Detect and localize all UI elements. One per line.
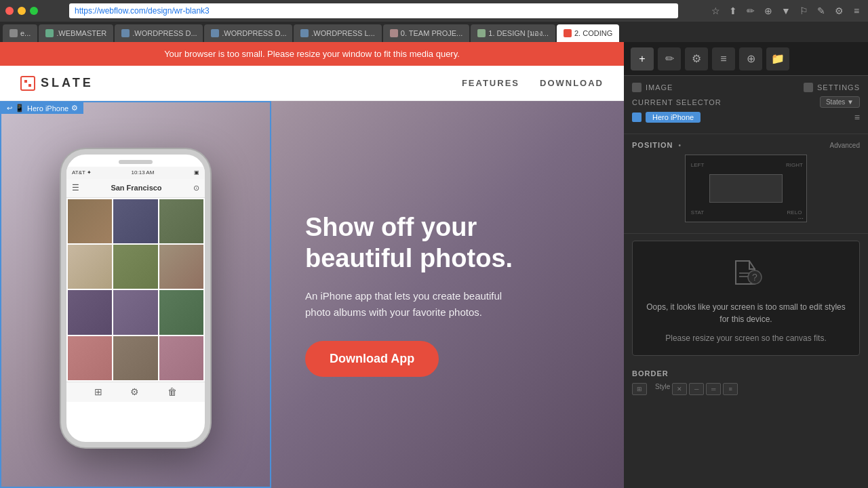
phone-photo-4: [68, 245, 112, 289]
pos-cell-top: [709, 155, 783, 174]
border-solid-button[interactable]: ─: [689, 383, 704, 395]
editor-panel: + ✏ ⚙ ≡ ⊕ 📁 Image Settings Current Selec…: [624, 42, 868, 488]
border-style-buttons: Style ✕ ─ ═ ≡: [652, 383, 738, 395]
states-label: States: [826, 98, 845, 106]
tab-favicon-webmaster: [45, 29, 54, 37]
panel-image-row: Image Settings: [632, 83, 860, 92]
selector-menu-icon[interactable]: ≡: [854, 112, 860, 123]
browser-titlebar: https://webflow.com/design/wr-blank3 ☆ ⬆…: [0, 0, 868, 22]
nav-features[interactable]: FEATURES: [462, 78, 519, 88]
edit-icon[interactable]: ✎: [815, 5, 827, 17]
image-label: Image: [646, 83, 673, 92]
pos-cell-left: [686, 174, 709, 203]
hero-iphone-selector[interactable]: Hero iPhone: [646, 112, 701, 123]
share-icon[interactable]: ⬆: [727, 5, 739, 17]
border-section: BORDER ⊞ Style ✕ ─ ═ ≡: [624, 363, 868, 402]
tab-favicon-team: [390, 29, 398, 37]
position-box-area: LEFT RIGHT STAT RELO ...: [632, 155, 860, 222]
selection-label: ↩ 📱 Hero iPhone ⚙: [1, 102, 83, 114]
phone-area: AT&T ✦ 10:13 AM ▣ ☰ San Francisco ⊙: [0, 142, 271, 447]
tab-design[interactable]: 1. DESIGN [มอง...: [471, 24, 555, 42]
url-text: https://webflow.com/design/wr-blank3: [75, 6, 210, 16]
tab-wordpress-2[interactable]: .WORDPRESS D...: [204, 24, 292, 42]
phone-photo-2: [113, 199, 157, 243]
phone-photo-9: [159, 290, 203, 334]
hero-content: Show off your beautiful photos. An iPhon…: [271, 185, 624, 403]
editor-warning-text-secondary: Please resize your screen so the canvas …: [665, 332, 826, 344]
browser-toolbar-icons: ☆ ⬆ ✏ ⊕ ▼ ⚐ ✎ ⚙ ≡: [709, 5, 863, 17]
image-thumb-icon: [632, 83, 642, 92]
pos-more-icon: ...: [798, 213, 804, 220]
arrow-icon[interactable]: ▼: [780, 5, 792, 17]
pencil-icon[interactable]: ✏: [745, 5, 757, 17]
tab-label-wp3: .WORDPRESS L...: [311, 29, 375, 37]
phone-photo-7: [68, 290, 112, 334]
browser-chrome: https://webflow.com/design/wr-blank3 ☆ ⬆…: [0, 0, 868, 42]
selection-icon: 📱: [15, 104, 24, 113]
hero-subtext: An iPhone app that lets you create beaut…: [305, 288, 522, 321]
border-dotted-button[interactable]: ≡: [723, 383, 738, 395]
tab-label-wp1: .WORDPRESS D...: [132, 29, 197, 37]
maximize-window-button[interactable]: [30, 7, 38, 15]
more-icon[interactable]: ≡: [850, 5, 863, 17]
position-header: POSITION • Advanced: [632, 141, 860, 149]
selection-name: Hero iPhone: [27, 104, 68, 113]
phone-time: 10:13 AM: [132, 169, 155, 176]
layout-tool[interactable]: ≡: [712, 47, 735, 70]
tab-wordpress-3[interactable]: .WORDPRESS L...: [294, 24, 382, 42]
phone-photo-grid: [66, 198, 205, 382]
phone-photo-10: [68, 336, 112, 380]
phone-bottom-bar: ⊞ ⚙ 🗑: [66, 382, 205, 402]
tab-coding[interactable]: 2. CODING: [557, 24, 619, 42]
bookmark-icon[interactable]: ☆: [709, 5, 722, 17]
assets-tool[interactable]: 📁: [766, 47, 789, 70]
browser-tabs: e... .WEBMASTER .WORDPRESS D... .WORDPRE…: [0, 22, 868, 42]
phone-city-name: San Francisco: [111, 184, 161, 192]
selection-gear-icon[interactable]: ⚙: [71, 104, 78, 113]
tab-0[interactable]: e...: [3, 24, 37, 42]
phone-settings-icon: ⚙: [130, 386, 139, 397]
site-nav-links: FEATURES DOWNLOAD: [462, 78, 604, 88]
border-none-button[interactable]: ✕: [672, 383, 687, 395]
download-app-button[interactable]: Download App: [305, 341, 439, 377]
settings-icon[interactable]: ⚙: [833, 5, 845, 17]
logo-text: SLATE: [41, 76, 94, 90]
style-tool[interactable]: ✏: [658, 47, 681, 70]
tab-label-team: 0. TEAM PROJE...: [401, 29, 463, 37]
warning-tools-icon: ?: [726, 252, 766, 293]
states-button[interactable]: States ▼: [820, 96, 860, 108]
tab-label-webmaster: .WEBMASTER: [56, 29, 106, 37]
tab-favicon-wp3: [300, 29, 309, 37]
phone-photo-1: [68, 199, 112, 243]
svg-text:?: ?: [752, 272, 757, 283]
pos-cell-bottom: [709, 203, 783, 222]
phone-photo-6: [159, 245, 203, 289]
border-dashed-button[interactable]: ═: [706, 383, 721, 395]
tab-team-project[interactable]: 0. TEAM PROJE...: [383, 24, 470, 42]
svg-rect-0: [24, 80, 27, 83]
advanced-button[interactable]: Advanced: [830, 142, 860, 149]
phone-app-header: ☰ San Francisco ⊙: [66, 179, 205, 198]
main-layout: Your browser is too small. Please resize…: [0, 42, 868, 488]
nav-download[interactable]: DOWNLOAD: [540, 78, 604, 88]
tab-wordpress-1[interactable]: .WORDPRESS D...: [115, 24, 203, 42]
color-tool[interactable]: ⊕: [739, 47, 762, 70]
phone-photo-12: [159, 336, 203, 380]
position-title: POSITION: [632, 141, 673, 149]
site-nav: SLATE FEATURES DOWNLOAD: [0, 66, 624, 101]
border-all-sides-button[interactable]: ⊞: [632, 383, 647, 395]
address-bar[interactable]: https://webflow.com/design/wr-blank3: [69, 3, 678, 18]
tag-icon[interactable]: ⚐: [797, 5, 810, 17]
position-dot-icon: •: [679, 142, 682, 149]
panel-image-section: Image Settings Current Selector States ▼…: [624, 76, 868, 134]
phone-trash-icon: 🗑: [167, 386, 177, 397]
phone-carrier: AT&T ✦: [72, 169, 92, 176]
close-window-button[interactable]: [5, 7, 14, 15]
add-element-tool[interactable]: +: [631, 47, 654, 70]
phone-mockup: AT&T ✦ 10:13 AM ▣ ☰ San Francisco ⊙: [61, 149, 210, 447]
circle-icon[interactable]: ⊕: [762, 5, 774, 17]
settings-tool[interactable]: ⚙: [685, 47, 708, 70]
tab-webmaster[interactable]: .WEBMASTER: [39, 24, 113, 42]
website-area: Your browser is too small. Please resize…: [0, 42, 624, 488]
minimize-window-button[interactable]: [18, 7, 26, 15]
